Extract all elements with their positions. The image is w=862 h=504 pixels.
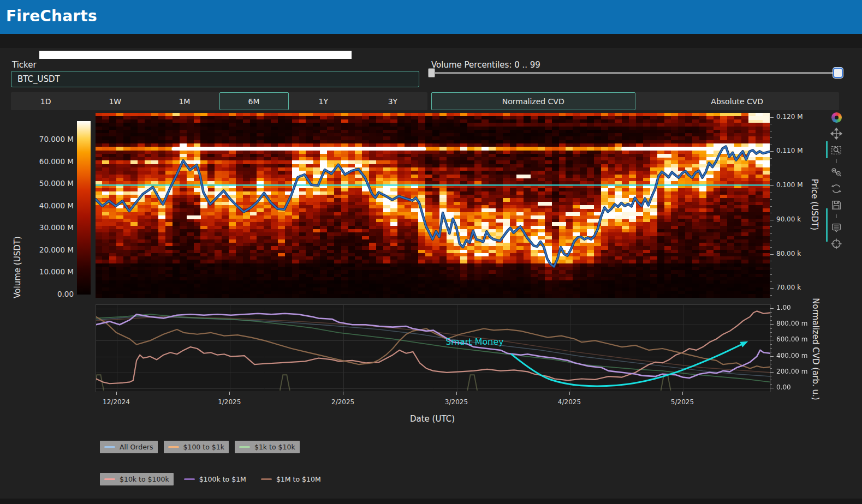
legend-label: $100k to $1M — [199, 475, 246, 483]
volume-tick-label: 40.000 M — [30, 201, 74, 210]
tick-mark — [770, 316, 772, 317]
zoom-in-out-icon[interactable] — [829, 165, 843, 179]
plotly-logo[interactable] — [829, 110, 843, 124]
tick-mark — [770, 137, 772, 138]
cvd-mode-button-absolute-cvd[interactable]: Absolute CVD — [635, 92, 840, 110]
percentile-slider-handle-min[interactable] — [428, 68, 435, 77]
volume-tick-label: 30.000 M — [30, 223, 74, 232]
tick-mark — [770, 344, 772, 345]
tick-mark — [682, 392, 683, 395]
tick-mark — [770, 308, 774, 309]
white-placeholder-bar — [39, 51, 352, 59]
tick-mark — [770, 193, 772, 193]
tick-label: 200.00 m — [776, 368, 808, 375]
tick-label: 4/2025 — [558, 398, 581, 406]
tick-mark — [770, 372, 774, 373]
timeframe-button-1w[interactable]: 1W — [80, 92, 150, 110]
plotly-modebar — [829, 110, 843, 253]
legend-item--1m-to-10m[interactable]: $1M to $10M — [257, 473, 325, 485]
tick-mark — [770, 124, 772, 124]
tick-mark — [770, 241, 772, 241]
tick-mark — [770, 117, 774, 118]
tick-mark — [770, 324, 774, 325]
legend-swatch — [261, 478, 272, 480]
tick-label: 0.00 — [776, 383, 791, 391]
tick-mark — [770, 151, 774, 152]
ticker-input[interactable] — [11, 71, 419, 87]
timeframe-button-6m[interactable]: 6M — [219, 92, 289, 110]
pan-icon[interactable] — [829, 127, 843, 141]
tick-mark — [770, 288, 774, 289]
date-axis-title: Date (UTC) — [410, 414, 455, 424]
legend-label: $10k to $100k — [120, 475, 169, 483]
tick-mark — [770, 220, 774, 220]
crosshair-icon[interactable] — [829, 237, 843, 251]
tick-mark — [116, 392, 117, 395]
tick-label: 90.00 k — [776, 215, 801, 223]
tick-label: 80.00 k — [776, 250, 801, 257]
volume-heatmap-canvas[interactable] — [96, 113, 770, 298]
hover-tooltip-icon[interactable] — [829, 220, 843, 235]
percentile-slider-handle-max[interactable] — [833, 68, 843, 78]
save-icon[interactable] — [829, 198, 843, 212]
modebar-active-indicator-zoom — [826, 141, 828, 158]
volume-axis-title: Volume (USDT) — [13, 236, 22, 298]
legend-swatch — [239, 446, 250, 448]
legend-label: $1M to $10M — [276, 475, 321, 483]
tick-mark — [456, 392, 457, 395]
tick-label: 0.100 M — [776, 181, 803, 189]
tick-mark — [770, 145, 772, 145]
tick-mark — [770, 364, 772, 364]
tick-mark — [770, 376, 772, 376]
tick-mark — [770, 206, 772, 207]
timeframe-button-group: 1D1W1M6M1Y3Y — [11, 92, 427, 110]
tick-mark — [770, 281, 772, 282]
tick-mark — [770, 247, 772, 248]
volume-tick-label: 0.00 — [30, 290, 74, 298]
percentile-slider-track[interactable] — [431, 72, 839, 74]
timeframe-button-1y[interactable]: 1Y — [289, 92, 358, 110]
legend-item--100k-to-1m[interactable]: $100k to $1M — [180, 473, 251, 485]
tick-mark — [770, 352, 772, 352]
tick-mark — [770, 179, 772, 179]
tick-mark — [770, 356, 774, 357]
volume-tick-label: 70.000 M — [30, 135, 74, 143]
timeframe-button-3y[interactable]: 3Y — [358, 92, 427, 110]
tick-label: 2/2025 — [331, 398, 354, 406]
tick-mark — [770, 328, 772, 329]
autoscale-icon[interactable] — [829, 182, 843, 196]
modebar-active-indicator-hover — [826, 208, 828, 242]
bottom-strip — [0, 499, 862, 504]
tick-label: 400.00 m — [776, 352, 808, 359]
legend-row-2: $10k to $100k$100k to $1M$1M to $10M — [100, 473, 331, 485]
tick-label: 800.00 m — [776, 320, 808, 327]
legend-swatch — [168, 446, 179, 448]
legend-item-all-orders[interactable]: All Orders — [100, 441, 158, 453]
tick-mark — [770, 348, 772, 349]
legend-item--100-to-1k[interactable]: $100 to $1k — [164, 441, 229, 453]
cvd-chart-canvas[interactable] — [96, 304, 771, 392]
timeframe-button-1d[interactable]: 1D — [11, 92, 80, 110]
tick-label: 5/2025 — [671, 398, 694, 406]
app-header: FireCharts — [0, 0, 862, 34]
tick-mark — [770, 199, 772, 200]
legend-item--10k-to-100k[interactable]: $10k to $100k — [100, 473, 174, 485]
tick-mark — [770, 340, 774, 340]
tick-mark — [770, 380, 772, 380]
cvd-axis-title: Normalized CVD (arb. u.) — [811, 298, 821, 400]
legend-swatch — [184, 478, 195, 480]
box-zoom-icon[interactable] — [829, 143, 843, 157]
tick-mark — [770, 336, 772, 337]
tick-mark — [770, 295, 772, 296]
tick-mark — [770, 384, 772, 385]
tick-label: 600.00 m — [776, 335, 808, 343]
timeframe-button-1m[interactable]: 1M — [150, 92, 219, 110]
legend-label: $1k to $10k — [254, 443, 295, 451]
legend-item--1k-to-10k[interactable]: $1k to $10k — [235, 441, 300, 453]
tick-label: 1/2025 — [218, 398, 241, 406]
tick-label: 0.110 M — [776, 147, 803, 154]
cvd-mode-button-normalized-cvd[interactable]: Normalized CVD — [431, 92, 635, 110]
tick-mark — [770, 165, 772, 165]
tick-mark — [770, 131, 772, 131]
legend-swatch — [104, 478, 115, 480]
